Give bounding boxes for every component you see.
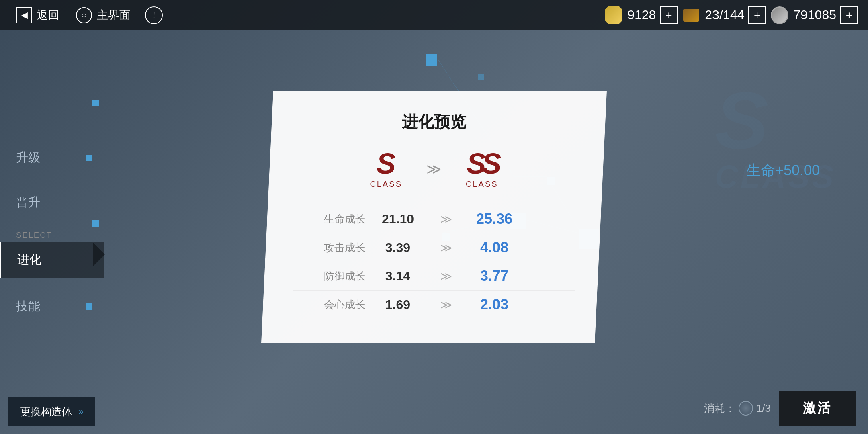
from-class-badge: S CLASS <box>370 149 402 189</box>
stat-to-value: 4.08 <box>462 239 526 256</box>
stat-arrow-icon: ≫ <box>430 241 462 254</box>
stat-name: 生命成长 <box>293 212 366 226</box>
stat-row: 会心成长 1.69 ≫ 2.03 <box>293 291 575 319</box>
stat-to-value: 3.77 <box>462 268 526 285</box>
stat-row: 生命成长 21.10 ≫ 25.36 <box>293 205 575 233</box>
stat-row: 防御成长 3.14 ≫ 3.77 <box>293 262 575 291</box>
class-comparison: S CLASS ≫ SS CLASS <box>293 149 575 189</box>
stat-to-value: 25.36 <box>462 211 526 227</box>
stat-arrow-icon: ≫ <box>430 298 462 311</box>
stat-from-value: 21.10 <box>366 212 430 227</box>
stat-name: 防御成长 <box>293 269 366 283</box>
to-class-label: CLASS <box>466 180 498 189</box>
to-class-badge: SS CLASS <box>466 149 498 189</box>
stat-from-value: 1.69 <box>366 297 430 312</box>
stat-from-value: 3.39 <box>366 240 430 255</box>
compare-arrow: ≫ <box>426 161 442 178</box>
stat-name: 攻击成长 <box>293 241 366 255</box>
stats-comparison-table: 生命成长 21.10 ≫ 25.36 攻击成长 3.39 ≫ 4.08 防御成长… <box>293 205 575 319</box>
stat-arrow-icon: ≫ <box>430 213 462 226</box>
to-class-letter: SS <box>467 149 497 178</box>
stat-arrow-icon: ≫ <box>430 270 462 283</box>
stat-name: 会心成长 <box>293 298 366 312</box>
evolution-preview-modal: 进化预览 S CLASS ≫ SS CLASS 生命成长 21.10 ≫ 25. <box>261 91 607 343</box>
stat-from-value: 3.14 <box>366 269 430 284</box>
modal-title: 进化预览 <box>293 111 575 133</box>
stat-to-value: 2.03 <box>462 296 526 313</box>
modal-overlay: 进化预览 S CLASS ≫ SS CLASS 生命成长 21.10 ≫ 25. <box>0 0 868 434</box>
from-class-letter: S <box>377 149 396 178</box>
from-class-label: CLASS <box>370 180 402 189</box>
stat-row: 攻击成长 3.39 ≫ 4.08 <box>293 233 575 262</box>
